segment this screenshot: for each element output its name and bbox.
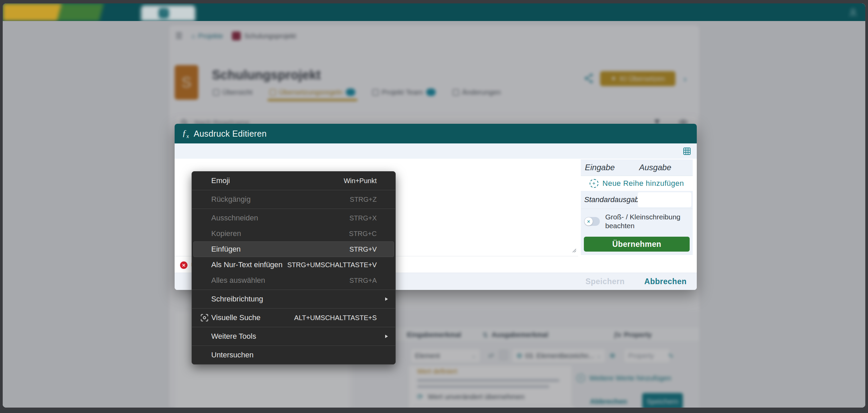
default-output-input[interactable] bbox=[638, 192, 691, 207]
toggle-knob: ✕ bbox=[585, 217, 593, 225]
submenu-arrow-icon bbox=[385, 335, 388, 338]
submenu-arrow-icon bbox=[385, 297, 388, 301]
table-grid-icon[interactable] bbox=[683, 147, 691, 156]
error-icon: ✕ bbox=[180, 261, 188, 269]
menu-item-untersuchen[interactable]: Untersuchen bbox=[192, 347, 395, 363]
menu-separator bbox=[192, 308, 395, 309]
menu-item-alles-auswaehlen[interactable]: Alles auswählenSTRG+A bbox=[192, 273, 395, 288]
context-menu: EmojiWin+Punkt RückgängigSTRG+Z Ausschne… bbox=[192, 171, 396, 365]
menu-separator bbox=[192, 190, 395, 190]
menu-separator bbox=[192, 346, 395, 346]
favicon: f bbox=[159, 8, 169, 18]
menu-item-emoji[interactable]: EmojiWin+Punkt bbox=[192, 173, 395, 189]
case-sensitive-row: ✕ Groß- / Kleinschreibung beachten bbox=[581, 209, 693, 234]
fx-icon: ƒx bbox=[182, 128, 189, 139]
case-toggle[interactable]: ✕ bbox=[584, 217, 600, 226]
save-button[interactable]: Speichern bbox=[586, 277, 625, 286]
menu-item-als-nur-text-einfuegen[interactable]: Als Nur-Text einfügenSTRG+UMSCHALTTASTE+… bbox=[192, 257, 395, 273]
case-toggle-label: Groß- / Kleinschreibung beachten bbox=[605, 213, 687, 231]
browser-tab[interactable]: f bbox=[141, 5, 195, 21]
browser-window: f ☰ ⌂ Projekte bbox=[3, 3, 865, 408]
io-header-row: Eingabe Ausgabe bbox=[581, 159, 693, 176]
menu-item-visuelle-suche[interactable]: Visuelle SucheALT+UMSCHALTTASTE+S bbox=[192, 310, 395, 326]
add-row-button[interactable]: + Neue Reihe hinzufügen bbox=[581, 176, 693, 191]
browser-topbar: f bbox=[3, 3, 865, 21]
menu-item-einfuegen[interactable]: EinfügenSTRG+V bbox=[193, 241, 394, 257]
editor-toolbar bbox=[175, 143, 697, 159]
input-column-header: Eingabe bbox=[585, 163, 639, 172]
output-column-header: Ausgabe bbox=[639, 163, 671, 172]
default-output-row: Standardausgab bbox=[581, 191, 693, 209]
apply-button[interactable]: Übernehmen bbox=[584, 237, 690, 252]
cancel-button[interactable]: Abbrechen bbox=[644, 277, 687, 286]
dialog-title: Ausdruck Editieren bbox=[194, 129, 267, 139]
default-output-label: Standardausgab bbox=[584, 195, 639, 204]
menu-item-weitere-tools[interactable]: Weitere Tools bbox=[192, 329, 395, 344]
visual-search-icon bbox=[200, 313, 209, 322]
menu-item-ausschneiden[interactable]: AusschneidenSTRG+X bbox=[192, 210, 395, 226]
menu-separator bbox=[192, 209, 395, 209]
plus-icon: + bbox=[590, 179, 598, 188]
menu-separator bbox=[192, 290, 395, 290]
dialog-header: ƒx Ausdruck Editieren bbox=[175, 124, 697, 143]
resize-handle[interactable] bbox=[571, 248, 577, 253]
io-panel: Eingabe Ausgabe + Neue Reihe hinzufügen … bbox=[581, 159, 693, 255]
user-icon[interactable] bbox=[848, 8, 858, 17]
app-logo bbox=[3, 3, 138, 21]
menu-item-schreibrichtung[interactable]: Schreibrichtung bbox=[192, 291, 395, 307]
menu-item-kopieren[interactable]: KopierenSTRG+C bbox=[192, 226, 395, 241]
menu-item-rueckgaengig[interactable]: RückgängigSTRG+Z bbox=[192, 192, 395, 207]
screenshot-canvas: f ☰ ⌂ Projekte bbox=[0, 0, 868, 413]
menu-separator bbox=[192, 327, 395, 327]
